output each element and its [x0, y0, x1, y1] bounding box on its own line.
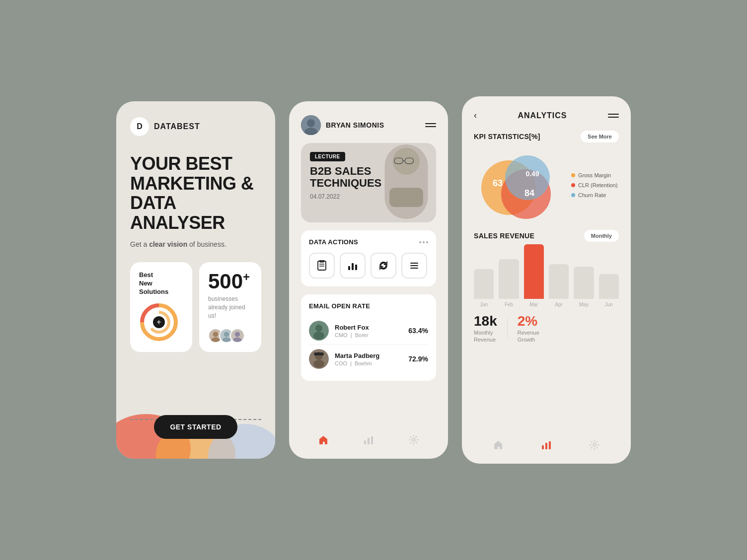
marta-padberg-avatar	[309, 349, 329, 369]
cta-area: GET STARTED	[130, 399, 261, 439]
bar-may: May	[574, 267, 594, 307]
subtext-bold: clear vision	[149, 240, 187, 248]
monthly-revenue-label: MonthlyRevenue	[474, 329, 497, 344]
email-open-rate-section: EMAIL OPEN RATE Robert Fox CMO | Borer 6…	[301, 294, 436, 381]
best-solutions-title: BestNew Solutions	[139, 271, 183, 296]
sales-section: SALES REVENUE Monthly Jan Feb Mar	[474, 230, 619, 344]
svg-text:63: 63	[493, 178, 503, 188]
svg-point-39	[313, 360, 324, 368]
email-rate-1: 63.4%	[408, 327, 428, 335]
svg-point-16	[307, 119, 315, 127]
bar-jan: Jan	[474, 269, 494, 307]
lecture-card[interactable]: LECTURE B2B SALESTECHNIQUES 04.07.2022	[301, 143, 436, 222]
brand-name: DATABEST	[154, 122, 200, 131]
lecture-person-image	[372, 143, 436, 222]
data-actions-title: DATA ACTIONS	[309, 238, 358, 246]
screen3: ‹ ANALYTICS KPI STATISTICS[%] See More	[462, 96, 631, 464]
venn-container: 63 84 0.49 Gross Margin CLR (Retention)	[474, 150, 619, 220]
bar-apr: Apr	[549, 264, 569, 307]
venn-legend: Gross Margin CLR (Retention) Churn Rate	[571, 172, 617, 198]
bar-mar-bar	[524, 244, 544, 299]
svg-rect-30	[355, 265, 357, 270]
bar-jan-label: Jan	[480, 302, 488, 307]
bar-feb-label: Feb	[505, 302, 513, 307]
contact-meta-1: CMO | Borer	[335, 332, 408, 338]
svg-rect-29	[352, 263, 354, 270]
bar-jun: Jun	[599, 274, 619, 307]
donut-plus-icon[interactable]: +	[153, 316, 165, 328]
robert-fox-avatar	[309, 321, 329, 341]
svg-rect-28	[348, 266, 350, 270]
kpi-section: KPI STATISTICS[%] See More 63 84	[474, 131, 619, 220]
bar-mar: Mar	[524, 244, 544, 307]
contact-name-1: Robert Fox	[335, 324, 408, 331]
donut-chart: +	[139, 302, 179, 342]
legend-label-clr: CLR (Retention)	[578, 182, 617, 188]
analytics-menu-icon[interactable]	[608, 114, 619, 118]
back-button[interactable]: ‹	[474, 110, 477, 121]
nav-settings-icon[interactable]	[407, 433, 421, 447]
revenue-divider	[507, 318, 508, 338]
see-more-button[interactable]: See More	[581, 131, 619, 142]
analytics-nav-home-icon[interactable]	[491, 438, 505, 452]
legend-dot-gross	[571, 173, 575, 177]
svg-rect-40	[314, 352, 324, 355]
svg-point-19	[393, 147, 420, 174]
legend-churn: Churn Rate	[571, 192, 617, 198]
svg-text:0.49: 0.49	[525, 170, 539, 178]
legend-dot-clr	[571, 183, 575, 187]
legend-dot-churn	[571, 193, 575, 197]
action-clipboard-button[interactable]	[309, 253, 335, 279]
bar-jun-label: Jun	[605, 302, 613, 307]
action-list-button[interactable]	[401, 253, 427, 279]
email-section-title: EMAIL OPEN RATE	[309, 302, 428, 310]
svg-point-44	[412, 438, 415, 441]
legend-label-gross: Gross Margin	[578, 172, 611, 178]
action-chart-button[interactable]	[340, 253, 366, 279]
contact-name-2: Marta Padberg	[335, 352, 408, 359]
svg-text:84: 84	[524, 188, 534, 198]
svg-point-10	[235, 332, 240, 337]
action-buttons-row	[309, 253, 428, 279]
bar-chart: Jan Feb Mar Apr May	[474, 250, 619, 309]
kpi-header: KPI STATISTICS[%] See More	[474, 131, 619, 142]
analytics-nav-chart-icon[interactable]	[539, 438, 553, 452]
screen1-header: D DATABEST	[130, 117, 261, 136]
logo-icon: D	[130, 117, 149, 136]
revenue-growth-value: 2%	[518, 313, 539, 329]
main-headline: YOUR BEST MARKETING & DATA ANALYSER	[130, 154, 261, 232]
svg-point-7	[224, 332, 229, 337]
analytics-nav-settings-icon[interactable]	[588, 438, 601, 452]
bar-may-label: May	[579, 302, 589, 307]
svg-rect-43	[371, 436, 373, 444]
monthly-filter-button[interactable]: Monthly	[584, 230, 619, 242]
svg-point-54	[593, 443, 596, 446]
nav-home-icon[interactable]	[316, 433, 330, 447]
subtext: Get a clear vision of business.	[130, 240, 261, 248]
more-options-icon[interactable]	[419, 241, 428, 243]
svg-point-35	[315, 325, 322, 332]
contact-meta-2: COO | Boehm	[335, 360, 408, 366]
svg-point-4	[213, 332, 218, 337]
profile-header: BRYAN SIMONIS	[301, 115, 436, 135]
bar-jun-bar	[599, 274, 619, 299]
svg-point-36	[313, 332, 324, 340]
legend-clr: CLR (Retention)	[571, 182, 617, 188]
svg-rect-53	[549, 441, 551, 449]
nav-chart-icon[interactable]	[362, 433, 375, 447]
legend-label-churn: Churn Rate	[578, 192, 606, 198]
get-started-button[interactable]: GET STARTED	[154, 415, 237, 439]
action-refresh-button[interactable]	[371, 253, 396, 279]
screens-container: D DATABEST YOUR BEST MARKETING & DATA AN…	[96, 76, 651, 484]
sales-title: SALES REVENUE	[474, 232, 534, 240]
avatar-3	[230, 328, 245, 343]
profile-name: BRYAN SIMONIS	[326, 121, 384, 129]
svg-rect-42	[368, 438, 370, 444]
analytics-title: ANALYTICS	[518, 111, 567, 120]
revenue-stats: 18k MonthlyRevenue 2% RevenueGrowth	[474, 313, 619, 344]
cards-row: BestNew Solutions +	[130, 262, 261, 351]
svg-rect-51	[542, 445, 544, 449]
email-row-1: Robert Fox CMO | Borer 63.4%	[309, 317, 428, 345]
menu-icon[interactable]	[425, 123, 436, 127]
revenue-growth-stat: 2% RevenueGrowth	[518, 313, 539, 344]
